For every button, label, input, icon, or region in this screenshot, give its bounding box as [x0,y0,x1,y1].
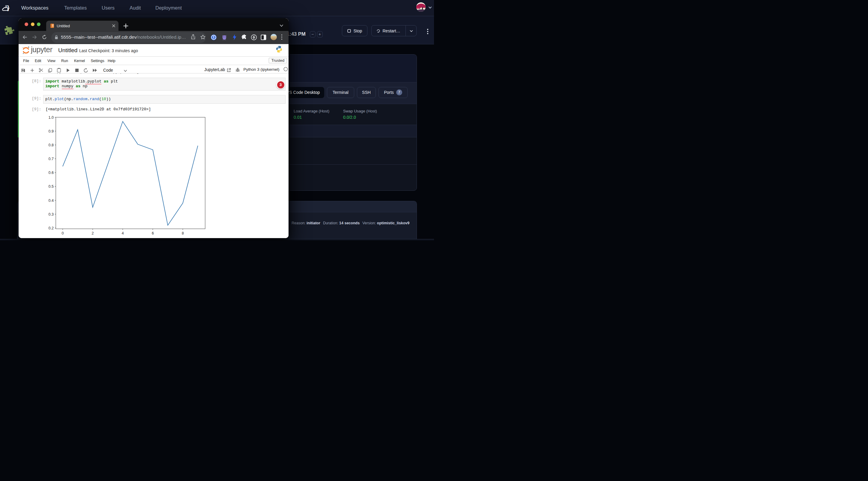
svg-text:0.2: 0.2 [49,226,54,230]
svg-text:4: 4 [122,231,124,235]
svg-text:0.7: 0.7 [49,157,54,161]
svg-text:0.6: 0.6 [49,171,54,175]
svg-text:}: } [7,4,9,11]
svg-text:0.3: 0.3 [49,212,54,217]
svg-text:1.0: 1.0 [49,116,54,120]
svg-text:0.5: 0.5 [49,185,54,189]
svg-text:0.4: 0.4 [49,198,54,203]
svg-text:8: 8 [182,231,184,235]
svg-text:6: 6 [152,231,154,235]
svg-text:0.8: 0.8 [49,143,54,147]
svg-text:0.9: 0.9 [49,129,54,133]
svg-text:0: 0 [62,231,64,235]
svg-text:2: 2 [92,231,94,235]
